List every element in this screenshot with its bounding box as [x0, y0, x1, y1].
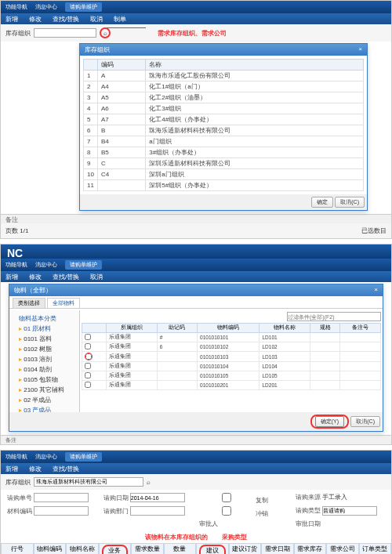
- tb-cancel[interactable]: 取消: [90, 15, 103, 24]
- mat-col: 物料名称: [260, 324, 310, 333]
- search-icon: ⌕: [103, 30, 107, 37]
- ok-button-2: 确定(Y): [315, 416, 344, 427]
- org-row[interactable]: 11深圳5#组织（办事处）: [84, 180, 364, 191]
- lab-src: 请购来源: [296, 494, 321, 501]
- org-grid: 编码 名称 1A珠海市乐通化工股份有限公司2A4化工1#组织（a门）3A5化工2…: [83, 59, 364, 191]
- lab-approver: 审批人: [199, 520, 218, 527]
- section-3: 功能导航 消息中心 请购单维护 新增 修改 查找/替换 库存组织 ⌕ 请购单号 …: [0, 450, 392, 554]
- pager-row: 页数 1/1 已选数目: [1, 223, 391, 238]
- tree-node[interactable]: ▸ 03 产成品: [13, 405, 76, 412]
- cancel-button[interactable]: 取消(C): [335, 197, 365, 208]
- search-button-circled[interactable]: ⌕: [100, 27, 111, 38]
- col-name: 名称: [146, 60, 364, 71]
- tb-edit-3[interactable]: 修改: [29, 465, 42, 473]
- chk-offset[interactable]: [199, 506, 254, 516]
- inp-dept[interactable]: [130, 506, 185, 516]
- tab-all[interactable]: 全部物料: [47, 298, 80, 308]
- mat-row[interactable]: 乐通集团60101010102LD102: [82, 342, 381, 352]
- tb-find[interactable]: 查找/替换: [53, 15, 79, 24]
- inp-matcode[interactable]: [34, 506, 89, 516]
- close-icon[interactable]: ×: [358, 45, 362, 54]
- tb-edit[interactable]: 修改: [29, 15, 42, 24]
- tree-node[interactable]: ▸ 2100 其它辅料: [13, 385, 76, 395]
- mat-row[interactable]: 乐通集团#0101010101LD101: [82, 333, 381, 342]
- menu-msg-2[interactable]: 消息中心: [35, 261, 57, 269]
- ok-button[interactable]: 确定: [311, 197, 333, 208]
- tb-new[interactable]: 新增: [5, 15, 18, 24]
- org-row[interactable]: 9C深圳乐通新材料科技有限公司: [84, 158, 364, 169]
- inp-date[interactable]: [130, 493, 185, 502]
- tree-node[interactable]: ▸ 0105 包装物: [13, 375, 76, 385]
- tree-node[interactable]: ▸ 02 半成品: [13, 395, 76, 405]
- lab-appdate: 审批日期: [296, 520, 321, 527]
- org-row[interactable]: 4A6化工3#组织: [84, 103, 364, 114]
- dialog-title-bar: 库存组织 ×: [80, 44, 367, 56]
- cancel-button-2[interactable]: 取消(C): [350, 416, 380, 427]
- tb-make[interactable]: 制单: [114, 15, 126, 24]
- lab-date: 请购日期: [103, 494, 129, 501]
- tb-cancel-2[interactable]: 取消: [90, 273, 103, 281]
- val-src: 手工录入: [322, 494, 347, 501]
- toolbar: 新增 修改 查找/替换 取消 制单: [1, 13, 391, 24]
- ok-button-circled[interactable]: 确定(Y): [310, 415, 349, 429]
- nc-logo: NC: [1, 244, 391, 259]
- mat-col: 规格: [310, 324, 340, 333]
- mat-row[interactable]: 乐通集团0101010201LD201: [82, 381, 381, 390]
- tb-edit-2[interactable]: 修改: [29, 273, 42, 281]
- org-row[interactable]: 2A4化工1#组织（a门）: [84, 81, 364, 92]
- det-col: 订单类型: [359, 543, 392, 554]
- org-row[interactable]: 10C4深圳a门组织: [84, 169, 364, 180]
- org-row[interactable]: 3A5化工2#组织（油墨）: [84, 92, 364, 103]
- tb-find-2[interactable]: 查找/替换: [53, 273, 79, 281]
- active-tab[interactable]: 请购单维护: [65, 2, 102, 12]
- menu-nav[interactable]: 功能导航: [5, 3, 27, 11]
- org-row[interactable]: 7B4a门组织: [84, 136, 364, 147]
- inp-type[interactable]: [322, 506, 377, 516]
- lab-type: 请购类型: [296, 507, 321, 514]
- menu-msg[interactable]: 消息中心: [35, 3, 57, 11]
- org-input[interactable]: [34, 28, 96, 38]
- org-row[interactable]: 5A7化工4#组织（办事处）: [84, 114, 364, 125]
- annotations-row: 该物料在本库存组织的 采购类型: [1, 531, 391, 543]
- tb-new-3[interactable]: 新增: [5, 465, 18, 473]
- menu-msg-3[interactable]: 消息中心: [35, 453, 57, 461]
- tb-find-3[interactable]: 查找/替换: [53, 465, 79, 473]
- det-col: 业务类型: [99, 543, 132, 554]
- tree-node[interactable]: ▸ 0104 助剂: [13, 364, 76, 375]
- ribbon-2: 功能导航 消息中心 请购单维护: [1, 259, 391, 271]
- mat-row[interactable]: 乐通集团0101010104LD104: [82, 362, 381, 371]
- tree-node[interactable]: 物料基本分类: [13, 313, 76, 324]
- tree-node[interactable]: ▸ 01 原材料: [13, 324, 76, 334]
- ribbon-3: 功能导航 消息中心 请购单维护: [1, 451, 391, 463]
- mat-row[interactable]: 乐通集团0101010103LD103: [82, 352, 381, 362]
- pages-value: 1/1: [20, 227, 28, 234]
- menu-nav-3[interactable]: 功能导航: [5, 453, 27, 461]
- tree-node[interactable]: ▸ 0103 溶剂: [13, 354, 76, 364]
- org-label-3: 库存组织: [5, 478, 31, 487]
- mat-row[interactable]: 乐通集团0101010105LD105: [82, 371, 381, 381]
- active-tab-2[interactable]: 请购单维护: [65, 260, 102, 270]
- det-col: 数量: [164, 543, 197, 554]
- chk-copy[interactable]: [199, 493, 254, 502]
- close-icon[interactable]: ×: [374, 286, 378, 295]
- menu-nav-2[interactable]: 功能导航: [5, 261, 27, 269]
- search-icon[interactable]: ⌕: [147, 479, 151, 486]
- org-row[interactable]: 6B珠海乐通新材料科技有限公司: [84, 125, 364, 136]
- org-row[interactable]: 1A珠海市乐通化工股份有限公司: [84, 71, 364, 81]
- material-dialog: 物料（全部） × 类别选择 全部物料 物料基本分类▸ 01 原材料▸ 0101 …: [9, 284, 383, 432]
- det-col: 建议供应商: [196, 543, 229, 554]
- tab-category[interactable]: 类别选择: [13, 298, 45, 308]
- material-tree: 物料基本分类▸ 01 原材料▸ 0101 器料▸ 0102 树脂▸ 0103 溶…: [9, 310, 80, 412]
- tb-new-2[interactable]: 新增: [5, 273, 18, 281]
- tree-node[interactable]: ▸ 0102 树脂: [13, 344, 76, 354]
- active-tab-3[interactable]: 请购单维护: [65, 452, 102, 462]
- org-row-3: 库存组织 ⌕: [1, 474, 391, 490]
- filter-input[interactable]: [287, 312, 381, 321]
- det-col: 需求库存组织: [294, 543, 327, 554]
- org-row[interactable]: 8B53#组织（办事处）: [84, 147, 364, 158]
- inp-reqno[interactable]: [34, 493, 89, 502]
- tree-node[interactable]: ▸ 0101 器料: [13, 334, 76, 344]
- col-code: 编码: [97, 60, 145, 71]
- org-input-3[interactable]: [34, 477, 143, 487]
- lab-copy: 复制: [256, 497, 268, 504]
